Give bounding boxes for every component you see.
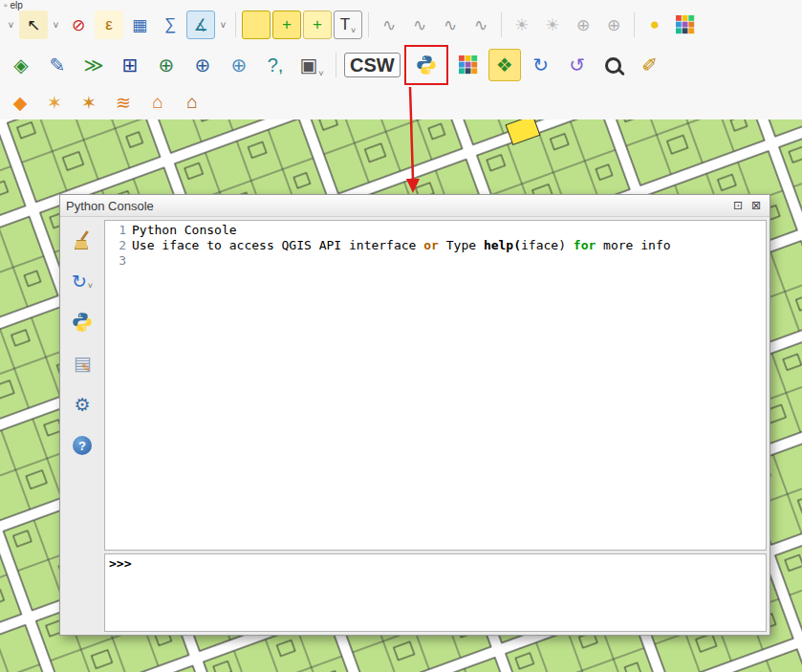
clear-console-button[interactable]	[70, 228, 95, 252]
console-main: 1Python Console2Use iface to access QGIS…	[104, 220, 767, 632]
select-by-expression[interactable]: ε	[95, 11, 123, 39]
temporal-controller-glyph: ●	[650, 15, 660, 34]
import-class-button-glyph: ↻	[72, 271, 87, 293]
gray-globe-icon-2-glyph: ⊕	[607, 15, 620, 35]
extrude-icon-1[interactable]: ⌂	[142, 87, 173, 118]
select-dropdown[interactable]: ˅	[50, 11, 62, 39]
gray-globe-icon-1-glyph: ⊕	[576, 15, 590, 35]
show-editor-button[interactable]: ▤✎	[70, 351, 95, 376]
add-virtual-layer-glyph: ▣	[299, 54, 317, 76]
processing-styles-grid[interactable]	[452, 49, 485, 81]
layered-drops-icon-glyph: ≋	[116, 92, 131, 114]
profile-icon-c-glyph: ∿	[444, 15, 457, 35]
profile-icon-c[interactable]: ∿	[436, 11, 465, 39]
effects-star-icon-2[interactable]: ✶	[74, 87, 104, 118]
selection-style-dropdown[interactable]: ˅	[5, 11, 17, 39]
extrude-icon-2[interactable]: ⌂	[177, 87, 207, 118]
new-spatialite-layer-glyph: ≫	[84, 54, 104, 76]
sun-effect-icon-2[interactable]: ☀	[538, 11, 567, 39]
profile-icon-d[interactable]: ∿	[466, 11, 495, 39]
sun-effect-icon-1-glyph: ☀	[514, 15, 529, 35]
manage-plugins-button-glyph: ❖	[496, 54, 513, 76]
add-wfs-layer[interactable]: ⊕	[223, 49, 255, 81]
csw-search-button[interactable]: CSW	[344, 53, 401, 77]
deselect-features[interactable]: ⊘	[64, 11, 93, 39]
float-window-button[interactable]: ⊡	[730, 199, 746, 213]
code-line: 3	[105, 253, 766, 269]
add-wms-layer[interactable]: ⊕	[150, 49, 183, 81]
map-tips[interactable]	[242, 11, 271, 39]
new-text-annotation[interactable]: +	[272, 11, 301, 39]
console-body: ↻˅▤✎⚙? 1Python Console2Use iface to acce…	[60, 217, 769, 635]
python-logo	[71, 311, 94, 334]
code-segment: more info	[596, 238, 670, 252]
open-attribute-table[interactable]: ▦	[125, 11, 154, 39]
dropdown-caret: ˅	[318, 69, 323, 78]
options-button-glyph: ⚙	[74, 394, 90, 416]
add-db-layer[interactable]: ?,	[259, 49, 292, 81]
new-gpx-layer[interactable]: ⊞	[114, 49, 146, 81]
gray-globe-icon-2[interactable]: ⊕	[599, 11, 628, 39]
refresh-zoom-icon[interactable]: ↺	[561, 49, 594, 81]
new-html-annotation[interactable]: +	[303, 11, 332, 39]
extrude-icon-2-glyph: ⌂	[186, 92, 197, 113]
measure-tool-glyph: ∡	[193, 15, 207, 35]
new-spatialite-layer[interactable]: ≫	[77, 49, 110, 81]
profile-icon-b[interactable]: ∿	[405, 11, 434, 39]
dropdown-caret: ˅	[88, 281, 93, 291]
add-wcs-layer-glyph: ⊕	[195, 54, 211, 76]
layered-drops-icon[interactable]: ≋	[108, 87, 139, 118]
help-button[interactable]: ?	[70, 433, 95, 458]
temporal-controller[interactable]: ●	[640, 11, 669, 39]
text-annotation-tool-glyph: T	[340, 15, 350, 34]
magnifier-shape	[605, 57, 621, 74]
select-features-tool[interactable]: ↖	[19, 11, 48, 39]
toolbar-separator	[235, 12, 236, 37]
run-command-button[interactable]	[70, 310, 95, 335]
measure-dropdown[interactable]: ˅	[217, 11, 229, 39]
sun-effect-icon-1[interactable]: ☀	[508, 11, 536, 39]
add-wcs-layer[interactable]: ⊕	[186, 49, 219, 81]
new-geopackage-layer[interactable]: ◈	[5, 49, 37, 81]
search-tool[interactable]	[597, 49, 630, 81]
new-shapefile-layer[interactable]: ✎	[41, 49, 74, 81]
sun-effect-icon-2-glyph: ☀	[545, 15, 559, 35]
new-html-annotation-glyph: +	[313, 15, 322, 34]
code-line: 1Python Console	[105, 223, 766, 238]
toolbar-row-3: ◆✶✶≋⌂⌂	[0, 87, 207, 118]
console-sidebar: ↻˅▤✎⚙?	[63, 220, 101, 632]
toolbar-separator	[634, 12, 635, 37]
code-line: 2Use iface to access QGIS API interface …	[105, 238, 766, 253]
color-table-icon[interactable]	[671, 11, 700, 39]
profile-icon-a[interactable]: ∿	[375, 11, 403, 39]
annotation-highlight-box	[404, 45, 448, 85]
statistical-summary[interactable]: ∑	[156, 11, 184, 39]
effects-star-icon-1[interactable]: ✶	[39, 87, 70, 118]
effects-star-icon-1-glyph: ✶	[47, 92, 62, 114]
measure-tool[interactable]: ∡	[186, 11, 215, 39]
python-console-button[interactable]	[410, 49, 443, 81]
console-input[interactable]: >>>	[104, 553, 767, 632]
gray-globe-icon-1[interactable]: ⊕	[569, 11, 597, 39]
refresh-icon[interactable]: ↻	[525, 49, 557, 81]
add-virtual-layer[interactable]: ▣˅	[295, 49, 328, 81]
refresh-icon-glyph: ↻	[532, 54, 549, 76]
add-wms-layer-glyph: ⊕	[159, 54, 175, 76]
line-number: 2	[105, 238, 132, 253]
text-annotation-tool[interactable]: T˅	[334, 11, 362, 39]
wand-tool[interactable]: ✐	[634, 49, 666, 81]
new-shapefile-layer-glyph: ✎	[50, 54, 66, 76]
options-button[interactable]: ⚙	[70, 392, 95, 417]
console-output[interactable]: 1Python Console2Use iface to access QGIS…	[104, 220, 767, 551]
profile-icon-d-glyph: ∿	[474, 15, 488, 35]
import-class-button[interactable]: ↻˅	[70, 269, 95, 293]
console-title-bar[interactable]: Python Console ⊡ ⊠	[60, 195, 769, 217]
console-prompt: >>>	[109, 556, 131, 571]
selection-style-dropdown-glyph: ˅	[9, 20, 14, 31]
color-grid-shape	[459, 55, 478, 75]
new-text-annotation-glyph: +	[282, 15, 292, 34]
orange-drop-icon[interactable]: ◆	[5, 87, 35, 118]
close-window-button[interactable]: ⊠	[748, 199, 764, 213]
effects-star-icon-2-glyph: ✶	[81, 92, 97, 114]
manage-plugins-button[interactable]: ❖	[488, 49, 521, 81]
